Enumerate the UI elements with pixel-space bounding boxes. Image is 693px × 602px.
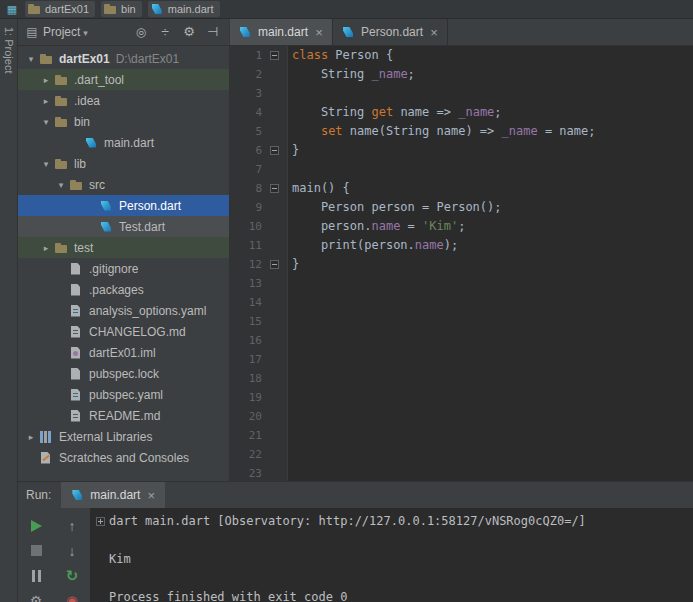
line-number[interactable]: 4 [230,103,262,122]
line-number[interactable]: 23 [230,464,262,481]
close-tab-icon[interactable] [428,25,440,40]
editor-tab-main-dart[interactable]: main.dart [230,19,333,45]
expand-arrow-icon[interactable] [39,117,53,127]
expand-arrow-icon[interactable] [54,180,68,190]
rerun-button[interactable] [61,565,83,587]
gutter-line: 17 [230,350,287,369]
navigate-down-button[interactable] [61,540,83,562]
tree-item-dartex01-iml[interactable]: dartEx01.iml [18,342,229,363]
line-number[interactable]: 1 [230,46,262,65]
chevron-down-icon[interactable] [83,25,88,39]
run-button[interactable] [25,515,47,537]
collapse-all-button[interactable] [155,22,175,42]
project-tool-window-button[interactable]: 1: Project [3,27,15,602]
fold-marker-icon[interactable] [270,184,279,193]
gutter-line: 2 [230,65,287,84]
stop-icon [31,545,42,556]
close-tab-icon[interactable] [145,488,157,503]
project-view-selector[interactable]: Project [43,25,80,39]
code-line [292,464,693,481]
expand-arrow-icon[interactable] [39,75,53,85]
line-number[interactable]: 6 [230,141,262,160]
line-number[interactable]: 16 [230,331,262,350]
console-text: Kim [109,550,131,569]
line-number[interactable]: 15 [230,312,262,331]
editor[interactable]: 1234567891011121314151617181920212223 cl… [230,46,693,481]
navigate-up-button[interactable] [61,515,83,537]
tree-item-pubspec-lock[interactable]: pubspec.lock [18,363,229,384]
hide-button[interactable] [203,22,223,42]
code-line: } [292,255,693,274]
tree-item-external-libraries[interactable]: External Libraries [18,426,229,447]
gear-button[interactable] [25,590,47,602]
tree-item-dartex01[interactable]: dartEx01D:\dartEx01 [18,48,229,69]
tree-item-test-dart[interactable]: Test.dart [18,216,229,237]
tree-item-readme-md[interactable]: README.md [18,405,229,426]
line-number[interactable]: 14 [230,293,262,312]
fold-marker-icon[interactable] [96,517,105,526]
line-number[interactable]: 19 [230,388,262,407]
stop-button[interactable] [25,540,47,562]
tree-item-test[interactable]: test [18,237,229,258]
close-tab-icon[interactable] [313,25,325,40]
line-number[interactable]: 7 [230,160,262,179]
breadcrumb-item-bin[interactable]: bin [101,1,142,17]
tree-item-changelog-md[interactable]: CHANGELOG.md [18,321,229,342]
line-number[interactable]: 9 [230,198,262,217]
tree-item-packages[interactable]: .packages [18,279,229,300]
tree-item-lib[interactable]: lib [18,153,229,174]
fold-zone [262,146,286,155]
tree-item-gitignore[interactable]: .gitignore [18,258,229,279]
tree-item-pubspec-yaml[interactable]: pubspec.yaml [18,384,229,405]
expand-arrow-icon[interactable] [39,96,53,106]
window-icon [4,1,20,17]
fold-marker-icon[interactable] [270,260,279,269]
gutter-line: 23 [230,464,287,481]
line-number[interactable]: 20 [230,407,262,426]
folder-icon [53,240,69,256]
fold-marker-icon[interactable] [270,51,279,60]
line-number[interactable]: 17 [230,350,262,369]
tree-item-scratches-and-consoles[interactable]: Scratches and Consoles [18,447,229,468]
line-number[interactable]: 12 [230,255,262,274]
expand-arrow-icon[interactable] [39,243,53,253]
line-number[interactable]: 2 [230,65,262,84]
pause-button[interactable] [25,565,47,587]
line-number[interactable]: 13 [230,274,262,293]
expand-arrow-icon[interactable] [39,159,53,169]
tree-item-dart-tool[interactable]: .dart_tool [18,69,229,90]
editor-gutter[interactable]: 1234567891011121314151617181920212223 [230,46,288,481]
console-line: dart main.dart [Observatory: http://127.… [96,512,693,531]
breadcrumb-item-dartex01[interactable]: dartEx01 [25,1,95,17]
restart-button[interactable] [61,590,83,602]
line-number[interactable]: 3 [230,84,262,103]
tree-item-analysis-options-yaml[interactable]: analysis_options.yaml [18,300,229,321]
editor-tab-person-dart[interactable]: Person.dart [333,19,448,45]
expand-arrow-icon[interactable] [24,54,38,64]
tree-item-main-dart[interactable]: main.dart [18,132,229,153]
tree-item-idea[interactable]: .idea [18,90,229,111]
yaml-icon [68,387,84,403]
locate-button[interactable] [131,22,151,42]
line-number[interactable]: 8 [230,179,262,198]
line-number[interactable]: 11 [230,236,262,255]
line-number[interactable]: 18 [230,369,262,388]
line-number[interactable]: 5 [230,122,262,141]
run-tab-main-dart[interactable]: main.dart [61,482,165,508]
tree-item-label: lib [74,157,86,171]
breadcrumb-item-main-dart[interactable]: main.dart [148,1,220,17]
tree-item-person-dart[interactable]: Person.dart [18,195,229,216]
tree-item-label: pubspec.lock [89,367,159,381]
tree-item-src[interactable]: src [18,174,229,195]
tree-item-bin[interactable]: bin [18,111,229,132]
fold-marker-icon[interactable] [270,146,279,155]
line-number[interactable]: 10 [230,217,262,236]
line-number[interactable]: 22 [230,445,262,464]
run-toolbar [18,508,90,602]
console-output[interactable]: dart main.dart [Observatory: http://127.… [90,508,693,602]
code-area[interactable]: class Person { String _name; String get … [288,46,693,481]
expand-arrow-icon[interactable] [24,432,38,442]
collapse-all-icon [157,24,173,40]
settings-button[interactable] [179,22,199,42]
line-number[interactable]: 21 [230,426,262,445]
